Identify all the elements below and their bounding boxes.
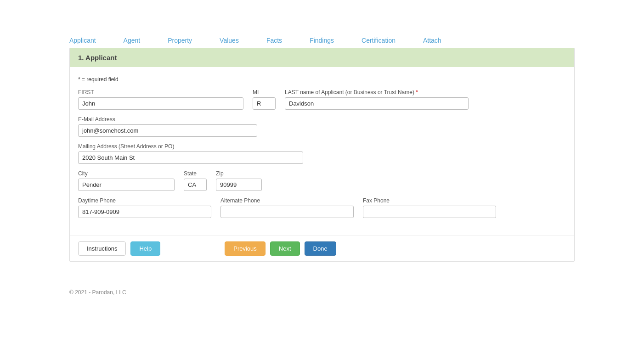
fax-input[interactable] bbox=[363, 206, 496, 218]
last-group: LAST name of Applicant (or Business or T… bbox=[285, 89, 469, 110]
tab-certification[interactable]: Certification bbox=[362, 37, 395, 44]
zip-label: Zip bbox=[216, 170, 262, 177]
card-footer: Instructions Help Previous Next Done bbox=[70, 235, 574, 261]
first-input[interactable] bbox=[78, 97, 243, 110]
tab-facts[interactable]: Facts bbox=[266, 37, 282, 44]
city-input[interactable] bbox=[78, 179, 175, 191]
tab-agent[interactable]: Agent bbox=[124, 37, 141, 44]
previous-button[interactable]: Previous bbox=[225, 241, 266, 256]
mi-group: MI bbox=[253, 89, 276, 110]
alternate-input[interactable] bbox=[220, 206, 354, 218]
phone-row: Daytime Phone Alternate Phone Fax Phone bbox=[78, 197, 566, 218]
mailing-label: Mailing Address (Street Address or PO) bbox=[78, 143, 303, 150]
first-label: FIRST bbox=[78, 89, 243, 95]
mailing-group: Mailing Address (Street Address or PO) bbox=[78, 143, 303, 164]
help-button[interactable]: Help bbox=[130, 241, 160, 256]
alternate-label: Alternate Phone bbox=[220, 197, 354, 204]
section-title: 1. Applicant bbox=[78, 54, 117, 62]
email-row: E-Mail Address bbox=[78, 116, 566, 137]
next-button[interactable]: Next bbox=[270, 241, 300, 256]
daytime-label: Daytime Phone bbox=[78, 197, 211, 204]
state-input[interactable] bbox=[184, 179, 207, 191]
name-row: FIRST MI LAST name of Applicant (or Busi… bbox=[78, 89, 566, 110]
copyright: © 2021 - Parodan, LLC bbox=[69, 289, 575, 296]
city-state-zip-row: City State Zip bbox=[78, 170, 566, 191]
section-header: 1. Applicant bbox=[70, 48, 574, 67]
fax-label: Fax Phone bbox=[363, 197, 496, 204]
done-button[interactable]: Done bbox=[305, 241, 336, 256]
instructions-button[interactable]: Instructions bbox=[78, 241, 126, 256]
city-label: City bbox=[78, 170, 175, 177]
zip-group: Zip bbox=[216, 170, 262, 191]
email-label: E-Mail Address bbox=[78, 116, 257, 123]
email-input[interactable] bbox=[78, 124, 257, 137]
tab-property[interactable]: Property bbox=[168, 37, 192, 44]
alternate-group: Alternate Phone bbox=[220, 197, 354, 218]
mailing-input[interactable] bbox=[78, 151, 303, 164]
city-group: City bbox=[78, 170, 175, 191]
required-note: * = required field bbox=[78, 76, 566, 83]
tab-attach[interactable]: Attach bbox=[423, 37, 441, 44]
state-label: State bbox=[184, 170, 207, 177]
state-group: State bbox=[184, 170, 207, 191]
tab-values[interactable]: Values bbox=[220, 37, 239, 44]
mi-input[interactable] bbox=[253, 97, 276, 110]
fax-group: Fax Phone bbox=[363, 197, 496, 218]
tab-applicant[interactable]: Applicant bbox=[69, 37, 96, 44]
zip-input[interactable] bbox=[216, 179, 262, 191]
mailing-row: Mailing Address (Street Address or PO) bbox=[78, 143, 566, 164]
last-input[interactable] bbox=[285, 97, 469, 110]
nav-tabs: Applicant Agent Property Values Facts Fi… bbox=[69, 37, 575, 48]
email-group: E-Mail Address bbox=[78, 116, 257, 137]
daytime-group: Daytime Phone bbox=[78, 197, 211, 218]
card-body: * = required field FIRST MI LAST name of… bbox=[70, 67, 574, 235]
daytime-input[interactable] bbox=[78, 206, 211, 218]
first-group: FIRST bbox=[78, 89, 243, 110]
tab-findings[interactable]: Findings bbox=[310, 37, 334, 44]
applicant-card: 1. Applicant * = required field FIRST MI… bbox=[69, 48, 575, 262]
mi-label: MI bbox=[253, 89, 276, 95]
last-label: LAST name of Applicant (or Business or T… bbox=[285, 89, 469, 95]
